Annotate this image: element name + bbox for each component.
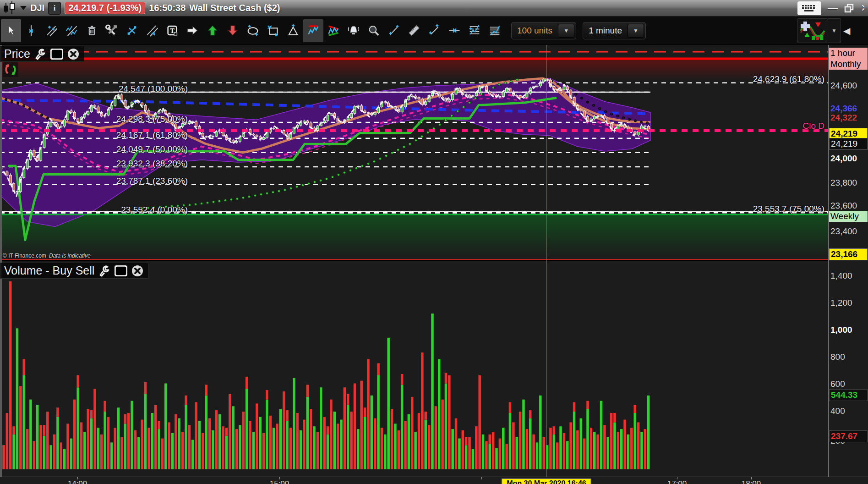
- volume-settings-wrench-icon[interactable]: [98, 265, 110, 277]
- price-volume-chart[interactable]: [0, 45, 829, 477]
- price-panel-title: Price: [4, 47, 30, 60]
- indicators-dropdown-arrow-icon[interactable]: ▼: [828, 18, 841, 43]
- keyboard-icon[interactable]: [797, 1, 821, 15]
- timeframe-value: 1 minute: [583, 26, 628, 36]
- fib-level-label: 24,167.1 (61.80%): [0, 130, 188, 140]
- time-label: 18:00: [742, 479, 761, 484]
- tool-segment[interactable]: [384, 19, 404, 42]
- tool-ellipse[interactable]: [243, 19, 263, 42]
- tool-arrow-down[interactable]: [223, 19, 243, 42]
- tool-text[interactable]: T: [162, 19, 182, 42]
- chart-type-dropdown-icon[interactable]: [20, 6, 27, 10]
- toolbar-tools: T: [1, 18, 505, 44]
- tool-segment-2[interactable]: [424, 19, 444, 42]
- time-label: 14:00: [68, 479, 87, 484]
- timeframe-dropdown[interactable]: 1 minute ▼: [583, 22, 646, 39]
- axis-label: 800: [829, 352, 868, 362]
- axis-label: 23,166: [829, 248, 868, 260]
- timeframe-dropdown-arrow-icon[interactable]: ▼: [628, 24, 644, 38]
- price-settings-wrench-icon[interactable]: [34, 48, 46, 60]
- tool-drawing-tools[interactable]: [102, 19, 122, 42]
- tool-horizontal-line[interactable]: [444, 19, 464, 42]
- tool-zigzag-channel[interactable]: [323, 19, 344, 42]
- chart-type-icon[interactable]: [3, 2, 16, 14]
- tool-ruler[interactable]: [404, 19, 424, 42]
- restore-button[interactable]: [844, 4, 854, 13]
- title-bar: DJI i 24,219.7 (-1.93%) 16:50:38 Wall St…: [0, 0, 868, 16]
- collapse-panel-icon[interactable]: ◀: [843, 25, 850, 36]
- info-button[interactable]: i: [48, 2, 61, 15]
- refresh-icon[interactable]: [3, 62, 18, 77]
- window-controls: — ✕: [797, 1, 865, 15]
- symbol-name: DJI: [30, 3, 44, 13]
- drawing-toolbar: T 100 units ▼ 1 minute ▼ ▼ ◀: [0, 16, 868, 45]
- chart-area[interactable]: Price Volume - Buy Sell: [0, 45, 868, 477]
- axis-label: 24,322: [829, 113, 868, 123]
- tool-zoom[interactable]: [364, 19, 384, 42]
- fib-level-label: 23,787.1 (23.60%): [0, 176, 188, 186]
- last-update-time: 16:50:38: [149, 3, 186, 13]
- time-axis[interactable]: 14:0015:0017:0018:00 Mon 30 Mar 2020 16:…: [0, 477, 868, 484]
- axis-label: 600: [829, 379, 868, 389]
- tool-alert-bell[interactable]: [344, 19, 364, 42]
- volume-window-icon[interactable]: [115, 265, 127, 276]
- axis-label: 24,000: [829, 154, 868, 164]
- fib-level-label: 23,932.3 (38.20%): [0, 159, 188, 169]
- tool-vertical-cursor[interactable]: [21, 19, 41, 42]
- fib-level-label-right: 23,553.7 (75.00%): [753, 204, 824, 214]
- tool-trendlines[interactable]: [41, 19, 61, 42]
- axis-label: 1 hour: [829, 48, 868, 59]
- tool-cursor[interactable]: [1, 19, 21, 42]
- crosshair-vertical-line: [546, 45, 547, 477]
- volume-panel-header: Volume - Buy Sell: [0, 263, 148, 279]
- time-label: 17:00: [667, 479, 687, 484]
- trading-app-window: { "window": { "symbol": "DJI", "info_but…: [0, 0, 868, 484]
- axis-label: Weekly: [829, 211, 868, 222]
- price-close-icon[interactable]: [67, 48, 79, 60]
- price-panel-header: Price: [0, 46, 84, 62]
- axis-label: 24,366: [829, 104, 868, 114]
- price-axis[interactable]: 1 hourMonthly24,60024,36624,32224,21924,…: [828, 45, 868, 477]
- indicators-button[interactable]: [797, 18, 828, 43]
- fib-level-label: 23,552.4 (0.00%): [0, 205, 188, 215]
- tool-arrow-up[interactable]: [202, 19, 223, 42]
- fib-level-label: 24,298.3 (75.00%): [0, 114, 188, 124]
- fib-level-label: 24,049.7 (50.00%): [0, 144, 188, 154]
- close-button[interactable]: ✕: [861, 2, 864, 14]
- units-value: 100 units: [512, 26, 558, 36]
- fib-level-label-right: 24,623.9 (61.80%): [753, 74, 824, 84]
- tool-move-resize[interactable]: [122, 19, 142, 42]
- volume-close-icon[interactable]: [131, 265, 143, 277]
- market-name: Wall Street Cash ($2): [189, 3, 280, 13]
- axis-label: 544.33: [829, 389, 868, 401]
- tool-arrow-right[interactable]: [182, 19, 202, 42]
- volume-panel-title: Volume - Buy Sell: [4, 264, 94, 277]
- units-dropdown-arrow-icon[interactable]: ▼: [558, 24, 574, 38]
- tool-zigzag-trend[interactable]: [61, 19, 82, 42]
- time-label: 15:00: [270, 479, 289, 484]
- axis-label: 1,200: [829, 298, 868, 308]
- axis-label: 1,400: [829, 271, 868, 281]
- tool-parallel-lines[interactable]: [142, 19, 162, 42]
- axis-label: Monthly: [829, 59, 868, 70]
- units-dropdown[interactable]: 100 units ▼: [511, 22, 576, 39]
- last-price-badge: 24,219.7 (-1.93%): [65, 2, 145, 14]
- fib-level-label: 24,547 (100.00%): [0, 84, 188, 94]
- tool-zigzag-resistance[interactable]: [303, 19, 323, 42]
- axis-label: 23,800: [829, 178, 868, 188]
- minimize-button[interactable]: —: [828, 2, 838, 14]
- tool-fib-projection[interactable]: [485, 19, 505, 42]
- axis-label: 237.67: [829, 430, 868, 442]
- tool-fib-retracement[interactable]: [464, 19, 485, 42]
- axis-label: 23,400: [829, 226, 868, 236]
- axis-label: 400: [829, 406, 868, 416]
- left-edge-strip: [0, 45, 2, 477]
- crosshair-date-badge: Mon 30 Mar 2020 16:46: [502, 478, 591, 484]
- copyright-notice: © IT-Finance.comData is indicative: [3, 253, 91, 259]
- price-window-icon[interactable]: [50, 49, 63, 60]
- tool-triangle[interactable]: [283, 19, 303, 42]
- tool-rectangle[interactable]: [263, 19, 283, 42]
- time-tick: [481, 477, 482, 479]
- tool-trash[interactable]: [82, 19, 102, 42]
- axis-label: 24,219: [829, 138, 868, 150]
